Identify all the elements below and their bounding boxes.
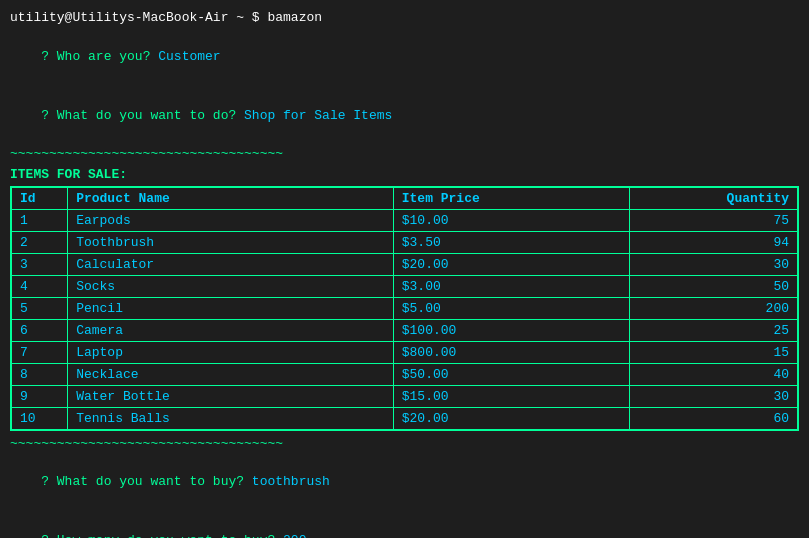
cell-product-name: Water Bottle — [68, 385, 394, 407]
cell-product-name: Socks — [68, 275, 394, 297]
cell-id: 6 — [12, 319, 68, 341]
cell-quantity: 200 — [629, 297, 797, 319]
cell-id: 5 — [12, 297, 68, 319]
who-are-you-label: ? Who are you? — [41, 49, 158, 64]
who-are-you-line: ? Who are you? Customer — [10, 28, 799, 87]
table-row: 9Water Bottle$15.0030 — [12, 385, 798, 407]
cell-id: 1 — [12, 209, 68, 231]
what-buy-label: ? What do you want to buy? — [41, 474, 252, 489]
table-row: 1Earpods$10.0075 — [12, 209, 798, 231]
what-buy-value: toothbrush — [252, 474, 330, 489]
table-row: 2Toothbrush$3.5094 — [12, 231, 798, 253]
cell-product-name: Earpods — [68, 209, 394, 231]
cell-id: 9 — [12, 385, 68, 407]
cell-quantity: 75 — [629, 209, 797, 231]
cell-item-price: $20.00 — [393, 407, 629, 429]
cell-product-name: Pencil — [68, 297, 394, 319]
items-table-container: Id Product Name Item Price Quantity 1Ear… — [10, 186, 799, 431]
cell-item-price: $10.00 — [393, 209, 629, 231]
cell-id: 10 — [12, 407, 68, 429]
cell-id: 7 — [12, 341, 68, 363]
cell-id: 2 — [12, 231, 68, 253]
col-header-quantity: Quantity — [629, 187, 797, 209]
table-row: 4Socks$3.0050 — [12, 275, 798, 297]
table-row: 8Necklace$50.0040 — [12, 363, 798, 385]
how-many-value: 200 — [283, 533, 306, 538]
cell-quantity: 94 — [629, 231, 797, 253]
cell-id: 4 — [12, 275, 68, 297]
what-todo-label: ? What do you want to do? — [41, 108, 244, 123]
cell-item-price: $15.00 — [393, 385, 629, 407]
cell-id: 3 — [12, 253, 68, 275]
how-many-line: ? How many do you want to buy? 200 — [10, 511, 799, 538]
col-header-id: Id — [12, 187, 68, 209]
cell-item-price: $800.00 — [393, 341, 629, 363]
cell-quantity: 60 — [629, 407, 797, 429]
table-row: 3Calculator$20.0030 — [12, 253, 798, 275]
terminal-container: utility@Utilitys-MacBook-Air ~ $ bamazon… — [10, 8, 799, 538]
table-row: 6Camera$100.0025 — [12, 319, 798, 341]
cell-product-name: Toothbrush — [68, 231, 394, 253]
cell-item-price: $5.00 — [393, 297, 629, 319]
cell-product-name: Calculator — [68, 253, 394, 275]
table-row: 5Pencil$5.00200 — [12, 297, 798, 319]
col-header-product-name: Product Name — [68, 187, 394, 209]
what-buy-line: ? What do you want to buy? toothbrush — [10, 453, 799, 512]
what-todo-value: Shop for Sale Items — [244, 108, 392, 123]
who-are-you-value: Customer — [158, 49, 220, 64]
table-header-row: Id Product Name Item Price Quantity — [12, 187, 798, 209]
tilde-line-2: ~~~~~~~~~~~~~~~~~~~~~~~~~~~~~~~~~~~ — [10, 435, 799, 453]
cell-item-price: $3.50 — [393, 231, 629, 253]
table-row: 10Tennis Balls$20.0060 — [12, 407, 798, 429]
cell-quantity: 30 — [629, 253, 797, 275]
prompt-line: utility@Utilitys-MacBook-Air ~ $ bamazon — [10, 8, 799, 28]
cell-id: 8 — [12, 363, 68, 385]
cell-quantity: 50 — [629, 275, 797, 297]
cell-quantity: 30 — [629, 385, 797, 407]
cell-product-name: Laptop — [68, 341, 394, 363]
cell-item-price: $50.00 — [393, 363, 629, 385]
cell-quantity: 25 — [629, 319, 797, 341]
cell-item-price: $20.00 — [393, 253, 629, 275]
cell-item-price: $100.00 — [393, 319, 629, 341]
cell-product-name: Camera — [68, 319, 394, 341]
col-header-item-price: Item Price — [393, 187, 629, 209]
tilde-line-1: ~~~~~~~~~~~~~~~~~~~~~~~~~~~~~~~~~~~ — [10, 145, 799, 163]
how-many-label: ? How many do you want to buy? — [41, 533, 283, 538]
cell-item-price: $3.00 — [393, 275, 629, 297]
cell-product-name: Necklace — [68, 363, 394, 385]
items-table: Id Product Name Item Price Quantity 1Ear… — [11, 187, 798, 430]
cell-quantity: 40 — [629, 363, 797, 385]
cell-quantity: 15 — [629, 341, 797, 363]
cell-product-name: Tennis Balls — [68, 407, 394, 429]
table-row: 7Laptop$800.0015 — [12, 341, 798, 363]
what-todo-line: ? What do you want to do? Shop for Sale … — [10, 86, 799, 145]
table-body: 1Earpods$10.00752Toothbrush$3.50943Calcu… — [12, 209, 798, 429]
items-header: ITEMS FOR SALE: — [10, 167, 799, 182]
